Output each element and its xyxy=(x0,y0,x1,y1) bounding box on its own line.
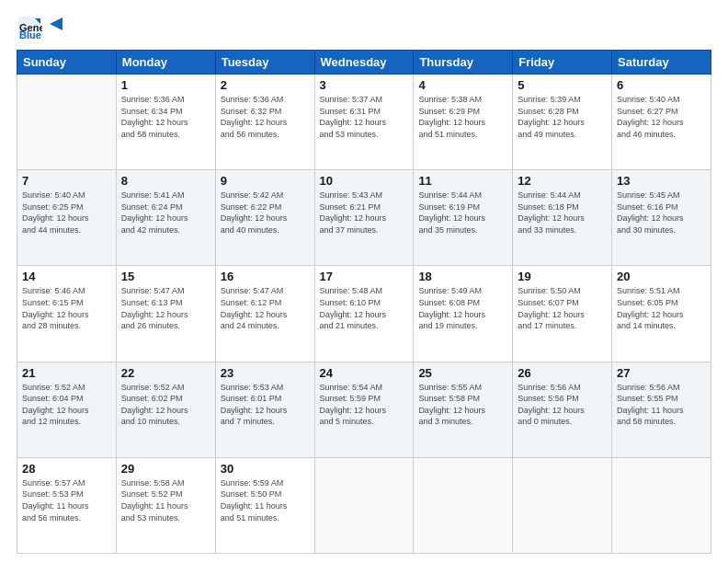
day-number: 19 xyxy=(518,270,607,283)
day-info: Sunrise: 5:53 AM Sunset: 6:01 PM Dayligh… xyxy=(221,382,310,428)
day-number: 6 xyxy=(617,78,706,92)
day-number: 8 xyxy=(121,174,210,188)
day-number: 16 xyxy=(221,270,310,283)
svg-text:Blue: Blue xyxy=(19,29,41,40)
table-row: 24Sunrise: 5:54 AM Sunset: 5:59 PM Dayli… xyxy=(314,362,414,457)
day-number: 10 xyxy=(320,174,409,188)
day-info: Sunrise: 5:39 AM Sunset: 6:28 PM Dayligh… xyxy=(518,94,607,140)
table-row: 5Sunrise: 5:39 AM Sunset: 6:28 PM Daylig… xyxy=(513,75,612,170)
day-info: Sunrise: 5:47 AM Sunset: 6:12 PM Dayligh… xyxy=(221,285,310,331)
svg-marker-4 xyxy=(50,17,63,30)
day-number: 12 xyxy=(518,174,607,188)
day-info: Sunrise: 5:43 AM Sunset: 6:21 PM Dayligh… xyxy=(320,190,409,236)
day-info: Sunrise: 5:40 AM Sunset: 6:25 PM Dayligh… xyxy=(22,190,111,236)
col-tuesday: Tuesday xyxy=(215,51,314,75)
calendar-week-row: 21Sunrise: 5:52 AM Sunset: 6:04 PM Dayli… xyxy=(17,362,711,457)
table-row: 19Sunrise: 5:50 AM Sunset: 6:07 PM Dayli… xyxy=(513,266,612,362)
day-number: 29 xyxy=(121,462,210,476)
day-number: 3 xyxy=(320,78,409,92)
day-info: Sunrise: 5:56 AM Sunset: 5:55 PM Dayligh… xyxy=(617,382,706,428)
table-row: 21Sunrise: 5:52 AM Sunset: 6:04 PM Dayli… xyxy=(17,362,117,457)
table-row: 25Sunrise: 5:55 AM Sunset: 5:58 PM Dayli… xyxy=(414,362,513,457)
table-row: 15Sunrise: 5:47 AM Sunset: 6:13 PM Dayli… xyxy=(116,266,215,362)
calendar-table: Sunday Monday Tuesday Wednesday Thursday… xyxy=(17,50,711,554)
day-number: 5 xyxy=(518,78,607,92)
day-info: Sunrise: 5:38 AM Sunset: 6:29 PM Dayligh… xyxy=(418,94,507,140)
table-row xyxy=(17,75,117,170)
day-number: 30 xyxy=(221,462,310,476)
table-row xyxy=(612,457,711,553)
table-row: 13Sunrise: 5:45 AM Sunset: 6:16 PM Dayli… xyxy=(612,170,711,266)
col-monday: Monday xyxy=(116,51,215,75)
table-row: 3Sunrise: 5:37 AM Sunset: 6:31 PM Daylig… xyxy=(314,75,414,170)
day-info: Sunrise: 5:46 AM Sunset: 6:15 PM Dayligh… xyxy=(22,285,111,331)
logo: General Blue xyxy=(17,15,64,40)
col-sunday: Sunday xyxy=(17,51,117,75)
calendar-week-row: 7Sunrise: 5:40 AM Sunset: 6:25 PM Daylig… xyxy=(17,170,711,266)
day-number: 22 xyxy=(121,366,210,380)
day-info: Sunrise: 5:56 AM Sunset: 5:56 PM Dayligh… xyxy=(518,382,607,428)
table-row xyxy=(513,457,612,553)
table-row: 20Sunrise: 5:51 AM Sunset: 6:05 PM Dayli… xyxy=(612,266,711,362)
day-info: Sunrise: 5:50 AM Sunset: 6:07 PM Dayligh… xyxy=(518,285,607,331)
day-number: 25 xyxy=(418,366,507,380)
table-row: 17Sunrise: 5:48 AM Sunset: 6:10 PM Dayli… xyxy=(314,266,414,362)
day-info: Sunrise: 5:54 AM Sunset: 5:59 PM Dayligh… xyxy=(320,382,409,428)
day-info: Sunrise: 5:41 AM Sunset: 6:24 PM Dayligh… xyxy=(121,190,210,236)
day-number: 1 xyxy=(121,78,210,92)
col-saturday: Saturday xyxy=(612,51,711,75)
table-row: 18Sunrise: 5:49 AM Sunset: 6:08 PM Dayli… xyxy=(414,266,513,362)
day-info: Sunrise: 5:47 AM Sunset: 6:13 PM Dayligh… xyxy=(121,285,210,331)
day-info: Sunrise: 5:44 AM Sunset: 6:19 PM Dayligh… xyxy=(418,190,507,236)
table-row: 9Sunrise: 5:42 AM Sunset: 6:22 PM Daylig… xyxy=(215,170,314,266)
table-row: 10Sunrise: 5:43 AM Sunset: 6:21 PM Dayli… xyxy=(314,170,414,266)
day-number: 24 xyxy=(320,366,409,380)
table-row: 6Sunrise: 5:40 AM Sunset: 6:27 PM Daylig… xyxy=(612,75,711,170)
day-number: 18 xyxy=(418,270,507,283)
day-info: Sunrise: 5:57 AM Sunset: 5:53 PM Dayligh… xyxy=(22,477,111,523)
table-row: 8Sunrise: 5:41 AM Sunset: 6:24 PM Daylig… xyxy=(116,170,215,266)
table-row: 28Sunrise: 5:57 AM Sunset: 5:53 PM Dayli… xyxy=(17,457,117,553)
table-row: 27Sunrise: 5:56 AM Sunset: 5:55 PM Dayli… xyxy=(612,362,711,457)
day-number: 20 xyxy=(617,270,706,283)
day-info: Sunrise: 5:59 AM Sunset: 5:50 PM Dayligh… xyxy=(221,477,310,523)
day-info: Sunrise: 5:49 AM Sunset: 6:08 PM Dayligh… xyxy=(418,285,507,331)
day-number: 2 xyxy=(221,78,310,92)
day-number: 28 xyxy=(22,462,111,476)
day-info: Sunrise: 5:52 AM Sunset: 6:02 PM Dayligh… xyxy=(121,382,210,428)
calendar-week-row: 1Sunrise: 5:36 AM Sunset: 6:34 PM Daylig… xyxy=(17,75,711,170)
col-wednesday: Wednesday xyxy=(314,51,414,75)
logo-icon: General Blue xyxy=(17,15,42,40)
table-row: 23Sunrise: 5:53 AM Sunset: 6:01 PM Dayli… xyxy=(215,362,314,457)
header: General Blue xyxy=(17,15,711,40)
col-friday: Friday xyxy=(513,51,612,75)
table-row: 29Sunrise: 5:58 AM Sunset: 5:52 PM Dayli… xyxy=(116,457,215,553)
day-info: Sunrise: 5:52 AM Sunset: 6:04 PM Dayligh… xyxy=(22,382,111,428)
day-number: 27 xyxy=(617,366,706,380)
col-thursday: Thursday xyxy=(414,51,513,75)
table-row: 11Sunrise: 5:44 AM Sunset: 6:19 PM Dayli… xyxy=(414,170,513,266)
day-number: 14 xyxy=(22,270,111,283)
table-row: 4Sunrise: 5:38 AM Sunset: 6:29 PM Daylig… xyxy=(414,75,513,170)
day-info: Sunrise: 5:40 AM Sunset: 6:27 PM Dayligh… xyxy=(617,94,706,140)
day-number: 13 xyxy=(617,174,706,188)
calendar-week-row: 14Sunrise: 5:46 AM Sunset: 6:15 PM Dayli… xyxy=(17,266,711,362)
day-info: Sunrise: 5:44 AM Sunset: 6:18 PM Dayligh… xyxy=(518,190,607,236)
day-number: 9 xyxy=(221,174,310,188)
day-number: 21 xyxy=(22,366,111,380)
table-row: 22Sunrise: 5:52 AM Sunset: 6:02 PM Dayli… xyxy=(116,362,215,457)
table-row xyxy=(414,457,513,553)
table-row: 7Sunrise: 5:40 AM Sunset: 6:25 PM Daylig… xyxy=(17,170,117,266)
day-number: 23 xyxy=(221,366,310,380)
day-info: Sunrise: 5:58 AM Sunset: 5:52 PM Dayligh… xyxy=(121,477,210,523)
day-number: 26 xyxy=(518,366,607,380)
day-info: Sunrise: 5:55 AM Sunset: 5:58 PM Dayligh… xyxy=(418,382,507,428)
day-info: Sunrise: 5:36 AM Sunset: 6:34 PM Dayligh… xyxy=(121,94,210,140)
table-row: 14Sunrise: 5:46 AM Sunset: 6:15 PM Dayli… xyxy=(17,266,117,362)
table-row: 16Sunrise: 5:47 AM Sunset: 6:12 PM Dayli… xyxy=(215,266,314,362)
table-row: 30Sunrise: 5:59 AM Sunset: 5:50 PM Dayli… xyxy=(215,457,314,553)
day-info: Sunrise: 5:37 AM Sunset: 6:31 PM Dayligh… xyxy=(320,94,409,140)
logo-arrow-icon xyxy=(48,16,64,32)
calendar-header-row: Sunday Monday Tuesday Wednesday Thursday… xyxy=(17,51,711,75)
table-row: 12Sunrise: 5:44 AM Sunset: 6:18 PM Dayli… xyxy=(513,170,612,266)
